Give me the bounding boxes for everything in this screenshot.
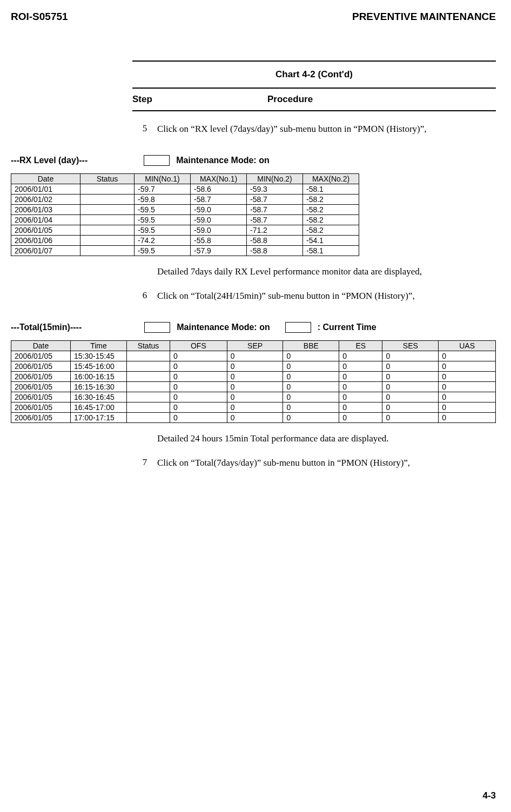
step-text: Click on “Total(24H/15min)” sub-menu but…	[157, 290, 496, 303]
table-cell: 0	[283, 381, 339, 392]
table-cell: -59.0	[191, 225, 247, 235]
status-box-icon	[144, 155, 170, 166]
para-rx-detail: Detailed 7days daily RX Level performanc…	[157, 266, 496, 278]
table-cell: -59.7	[135, 184, 191, 194]
table-cell: -54.1	[303, 235, 359, 245]
table-cell: 2006/01/05	[11, 381, 71, 392]
table-cell	[80, 184, 135, 194]
table-cell: 2006/01/03	[11, 204, 80, 214]
table-cell: 2006/01/07	[11, 245, 80, 256]
table-cell: -59.8	[135, 194, 191, 204]
rule-mid1	[132, 88, 496, 89]
table-cell: 0	[382, 361, 439, 371]
table-cell: 16:30-16:45	[71, 392, 127, 402]
step-text: Click on “Total(7days/day)” sub-menu but…	[157, 457, 496, 469]
table-cell: -59.5	[135, 204, 191, 214]
table-cell: 0	[227, 351, 283, 361]
table-cell: 0	[439, 381, 496, 392]
table-cell: -58.2	[303, 194, 359, 204]
table-cell: 0	[283, 361, 339, 371]
table-header-cell: Date	[11, 173, 80, 184]
table-cell	[80, 245, 135, 256]
table-header-cell: ES	[339, 340, 382, 351]
table-cell: -59.0	[191, 204, 247, 214]
table-row: 2006/01/0516:15-16:30000000	[11, 381, 496, 392]
table-header-cell: MIN(No.2)	[247, 173, 303, 184]
rule-mid2	[132, 110, 496, 111]
status-box-icon	[144, 322, 170, 333]
maintenance-mode-label: Maintenance Mode: on	[176, 156, 269, 165]
table-cell: 2006/01/04	[11, 214, 80, 225]
table-cell: 0	[339, 392, 382, 402]
table-cell	[127, 381, 170, 392]
table-header-cell: SEP	[227, 340, 283, 351]
table-cell: -58.8	[247, 245, 303, 256]
table-cell: 17:00-17:15	[71, 412, 127, 422]
table-cell: -71.2	[247, 225, 303, 235]
table-cell: 0	[339, 381, 382, 392]
step-row-6: 6 Click on “Total(24H/15min)” sub-menu b…	[132, 290, 496, 303]
table-row: 2006/01/05-59.5-59.0-71.2-58.2	[11, 225, 359, 235]
table-cell: -57.9	[191, 245, 247, 256]
table-cell	[127, 402, 170, 412]
table-cell: 0	[339, 351, 382, 361]
table-cell: 16:15-16:30	[71, 381, 127, 392]
table-cell: -58.7	[247, 204, 303, 214]
table-cell: 0	[227, 412, 283, 422]
chart-block: Chart 4-2 (Cont'd) Step Procedure 5 Clic…	[132, 61, 496, 136]
table-cell: -59.5	[135, 225, 191, 235]
total-15min-label: ---Total(15min)----	[11, 323, 82, 332]
table-cell: 0	[227, 402, 283, 412]
total-15min-table: DateTimeStatusOFSSEPBBEESSESUAS 2006/01/…	[11, 340, 496, 423]
table-cell: 0	[170, 381, 227, 392]
table-cell	[80, 235, 135, 245]
table-cell: 2006/01/06	[11, 235, 80, 245]
table-cell: -58.1	[303, 245, 359, 256]
table-cell: 0	[382, 392, 439, 402]
table-row: 2006/01/0516:45-17:00000000	[11, 402, 496, 412]
table-cell: -58.7	[191, 194, 247, 204]
table-header-cell: Status	[127, 340, 170, 351]
rx-level-section-header: ---RX Level (day)--- Maintenance Mode: o…	[11, 155, 496, 166]
table-cell	[127, 412, 170, 422]
table-header-cell: UAS	[439, 340, 496, 351]
maintenance-mode-label-2: Maintenance Mode: on	[177, 323, 270, 332]
chart-title: Chart 4-2 (Cont'd)	[132, 69, 496, 80]
total-15min-section-header: ---Total(15min)---- Maintenance Mode: on…	[11, 322, 496, 333]
table-cell: -58.6	[191, 184, 247, 194]
table-cell: 0	[170, 361, 227, 371]
table-cell: 0	[439, 361, 496, 371]
table-row: 2006/01/03-59.5-59.0-58.7-58.2	[11, 204, 359, 214]
table-row: 2006/01/04-59.5-59.0-58.7-58.2	[11, 214, 359, 225]
table-cell: 0	[283, 412, 339, 422]
table-cell: 2006/01/05	[11, 371, 71, 381]
table-cell: -59.0	[191, 214, 247, 225]
table-header-cell: MAX(No.1)	[191, 173, 247, 184]
table-cell: 0	[283, 402, 339, 412]
table-row: 2006/01/0515:45-16:00000000	[11, 361, 496, 371]
table-cell	[127, 371, 170, 381]
table-cell	[80, 225, 135, 235]
table-cell: 0	[170, 371, 227, 381]
table-cell: 0	[170, 351, 227, 361]
table-cell: 0	[283, 392, 339, 402]
step-number: 6	[132, 290, 157, 303]
table-cell: 2006/01/02	[11, 194, 80, 204]
table-cell: 2006/01/05	[11, 361, 71, 371]
procedure-label: Procedure	[267, 94, 313, 105]
table-cell: -59.5	[135, 245, 191, 256]
table-cell: 0	[339, 402, 382, 412]
para-total-detail: Detailed 24 hours 15min Total performanc…	[157, 433, 496, 445]
table-cell: 0	[439, 371, 496, 381]
table-cell: 0	[227, 381, 283, 392]
table-cell: 0	[339, 371, 382, 381]
table-cell: 2006/01/05	[11, 402, 71, 412]
after-table1: Detailed 7days daily RX Level performanc…	[132, 266, 496, 303]
table-cell: -59.3	[247, 184, 303, 194]
table-cell: 0	[227, 361, 283, 371]
table-cell: -59.5	[135, 214, 191, 225]
rx-level-label: ---RX Level (day)---	[11, 156, 88, 165]
table-row: 2006/01/0516:30-16:45000000	[11, 392, 496, 402]
table-cell: -58.7	[247, 214, 303, 225]
table-row: 2006/01/02-59.8-58.7-58.7-58.2	[11, 194, 359, 204]
